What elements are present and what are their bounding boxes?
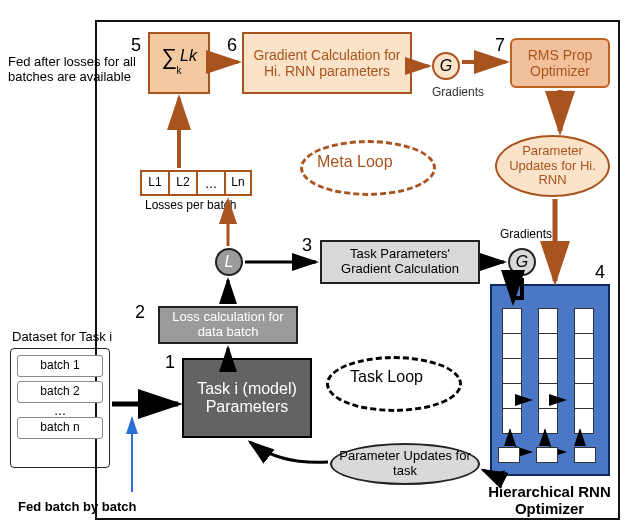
task-loop-label: Task Loop [350,368,423,386]
loss-cells-row: L1 L2 ... Ln [140,170,252,196]
fed-batch-label: Fed batch by batch [18,500,136,515]
fed-after-losses-text: Fed after losses for all batches are ava… [8,55,148,85]
g-circle-mid: G [508,248,536,276]
step-7: 7 [495,35,505,56]
task-i-model-box: Task i (model) Parameters [182,358,312,438]
hrnn-label: Hierarchical RNN Optimizer [477,483,622,518]
batch-cell: batch n [17,417,103,439]
sum-box: ∑ Lk k [148,32,210,94]
hrnn-bottom-row [498,447,596,463]
grad-hi-rnn-box: Gradient Calculation for Hi. RNN paramet… [242,32,412,94]
loss-cell: Ln [224,170,252,196]
losses-per-batch-label: Losses per batch [145,199,236,213]
dataset-label: Dataset for Task i [12,330,112,345]
step-5: 5 [131,35,141,56]
batch-cell: batch 2 [17,381,103,403]
loss-cell: L1 [140,170,168,196]
diagram-root: 5 6 7 3 4 2 1 Fed after losses for all b… [0,0,636,532]
step-3: 3 [302,235,312,256]
g-circle-top: G [432,52,460,80]
gradients-mid-label: Gradients [500,228,552,242]
meta-loop-label: Meta Loop [317,153,393,171]
loss-cell: ... [196,170,224,196]
gradients-top-label: Gradients [432,86,484,100]
batch-cell: batch 1 [17,355,103,377]
param-updates-hi-oval: Parameter Updates for Hi. RNN [495,135,610,197]
step-6: 6 [227,35,237,56]
task-param-grad-box: Task Parameters' Gradient Calculation [320,240,480,284]
step-1: 1 [165,352,175,373]
batch-dots: ... [17,403,103,417]
param-updates-task-oval: Parameter Updates for task [330,443,480,485]
rms-prop-box: RMS Prop Optimizer [510,38,610,88]
loss-calc-box: Loss calculation for data batch [158,306,298,344]
l-circle: L [215,248,243,276]
dataset-box: batch 1 batch 2 ... batch n [10,348,110,468]
step-4: 4 [595,262,605,283]
loss-cell: L2 [168,170,196,196]
sum-subscript: k [177,65,182,76]
step-2: 2 [135,302,145,323]
